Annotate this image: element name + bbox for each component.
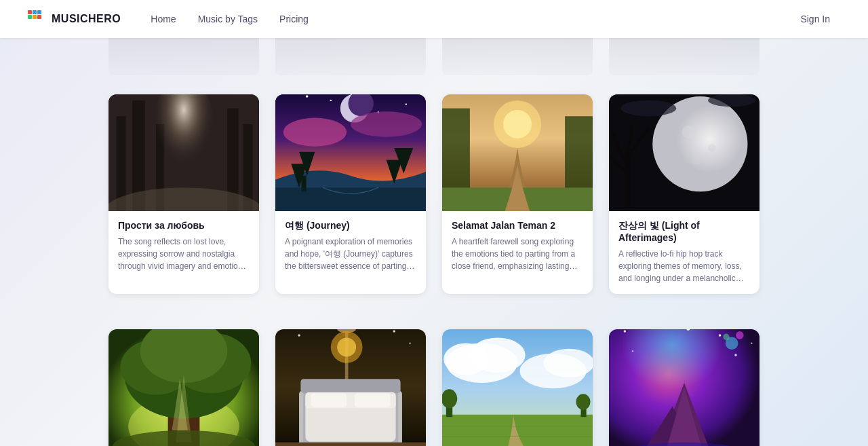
card-3-desc: A heartfelt farewell song exploring the … — [452, 236, 583, 272]
svg-rect-0 — [28, 10, 32, 14]
card-1-title: Прости за любовь — [118, 219, 250, 231]
music-card-7[interactable]: Позывной Оля The song reflects on a sold… — [442, 329, 593, 446]
svg-point-56 — [298, 335, 300, 337]
logo-text: MUSICHERO — [52, 13, 121, 25]
placeholder-card-1 — [108, 38, 259, 75]
svg-rect-25 — [275, 187, 426, 211]
sign-in-button[interactable]: Sign In — [789, 10, 841, 29]
svg-point-96 — [736, 331, 744, 339]
svg-point-17 — [306, 95, 309, 98]
logo-icon — [27, 10, 46, 29]
svg-rect-67 — [311, 394, 347, 408]
svg-point-34 — [682, 126, 694, 138]
svg-point-42 — [708, 94, 755, 107]
svg-rect-69 — [275, 443, 426, 446]
card-1-image — [108, 94, 259, 211]
svg-point-59 — [409, 343, 410, 344]
card-3-title: Selamat Jalan Teman 2 — [452, 219, 583, 231]
card-2-body: 여행 (Journey) A poignant exploration of m… — [275, 211, 426, 282]
svg-point-86 — [624, 331, 627, 333]
svg-rect-37 — [625, 148, 631, 211]
svg-point-35 — [708, 144, 716, 152]
nav-music-by-tags[interactable]: Music by Tags — [190, 10, 266, 29]
svg-rect-1 — [33, 10, 37, 14]
nav-home[interactable]: Home — [142, 10, 184, 29]
card-5-image — [108, 329, 259, 446]
card-2-desc: A poignant exploration of memories and h… — [285, 236, 416, 272]
svg-point-22 — [283, 118, 347, 147]
card-4-title: 잔상의 빛 (Light of Afterimages) — [618, 219, 750, 244]
svg-rect-5 — [37, 15, 41, 19]
svg-rect-2 — [28, 15, 32, 19]
card-2-image — [275, 94, 426, 211]
music-card-2[interactable]: 여행 (Journey) A poignant exploration of m… — [275, 94, 426, 294]
svg-rect-40 — [609, 208, 760, 211]
placeholder-card-4 — [609, 38, 760, 75]
placeholder-card-3 — [442, 38, 593, 75]
music-card-1[interactable]: Прости за любовь The song reflects on lo… — [108, 94, 259, 294]
music-card-5[interactable]: 4 This song explores profound love and l… — [108, 329, 259, 446]
card-4-desc: A reflective lo-fi hip hop track explori… — [618, 248, 750, 284]
music-card-8[interactable]: Ты уже долго A poignant exploration of l… — [609, 329, 760, 446]
card-3-body: Selamat Jalan Teman 2 A heartfelt farewe… — [442, 211, 593, 282]
card-3-image — [442, 94, 593, 211]
music-card-4[interactable]: 잔상의 빛 (Light of Afterimages) A reflectiv… — [609, 94, 760, 294]
card-8-image — [609, 329, 760, 446]
svg-rect-3 — [33, 15, 37, 19]
main-content: Прости за любовь The song reflects on lo… — [0, 38, 868, 446]
svg-point-20 — [406, 104, 407, 105]
card-4-body: 잔상의 빛 (Light of Afterimages) A reflectiv… — [609, 211, 760, 294]
nav-pricing[interactable]: Pricing — [271, 10, 317, 29]
card-1-desc: The song reflects on lost love, expressi… — [118, 236, 250, 272]
top-row — [108, 38, 760, 75]
svg-point-28 — [503, 110, 532, 138]
svg-point-93 — [751, 343, 752, 344]
card-1-body: Прости за любовь The song reflects on lo… — [108, 211, 259, 282]
nav-links: Home Music by Tags Pricing — [142, 10, 789, 29]
music-card-6[interactable]: 乔齐之路 A poignant reflection on the challe… — [275, 329, 426, 446]
svg-point-58 — [393, 331, 396, 333]
card-4-image — [609, 94, 760, 211]
svg-point-23 — [351, 111, 422, 136]
card-grid-row2: 4 This song explores profound love and l… — [108, 310, 760, 446]
svg-rect-68 — [355, 394, 391, 408]
svg-point-92 — [734, 354, 737, 357]
svg-point-97 — [723, 334, 729, 340]
svg-rect-4 — [37, 10, 41, 14]
card-6-image — [275, 329, 426, 446]
placeholder-card-2 — [275, 38, 426, 75]
svg-point-83 — [576, 394, 590, 410]
logo[interactable]: MUSICHERO — [27, 10, 121, 29]
svg-point-89 — [719, 335, 722, 337]
svg-point-76 — [544, 349, 593, 377]
svg-point-91 — [632, 350, 633, 352]
navbar: MUSICHERO Home Music by Tags Pricing Sig… — [0, 0, 868, 38]
card-grid-row1: Прости за любовь The song reflects on lo… — [108, 75, 760, 294]
svg-point-41 — [621, 100, 677, 116]
svg-point-55 — [337, 338, 356, 357]
music-card-3[interactable]: Selamat Jalan Teman 2 A heartfelt farewe… — [442, 94, 593, 294]
card-7-image — [442, 329, 593, 446]
card-2-title: 여행 (Journey) — [285, 219, 416, 231]
svg-point-36 — [692, 155, 701, 165]
svg-rect-64 — [300, 379, 400, 394]
svg-point-18 — [330, 100, 332, 101]
svg-point-74 — [443, 343, 488, 375]
